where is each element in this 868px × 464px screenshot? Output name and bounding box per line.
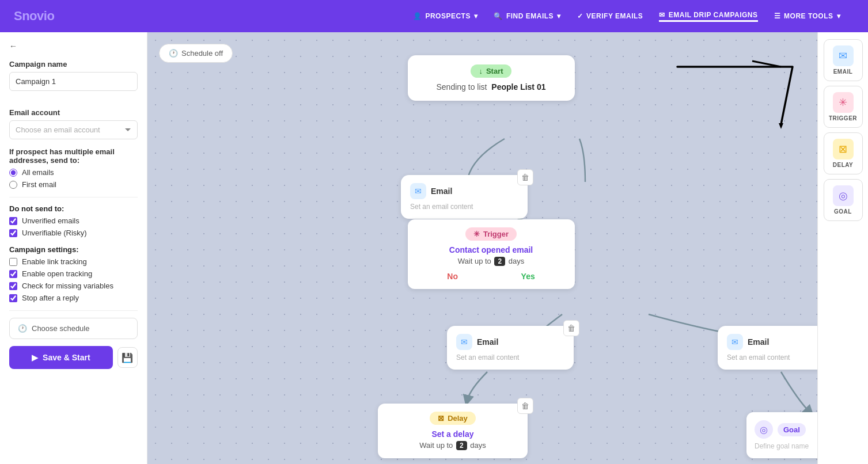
do-not-send-label: Do not send to:: [9, 204, 138, 213]
email1-delete[interactable]: 🗑: [517, 169, 533, 185]
back-button[interactable]: ←: [9, 41, 138, 51]
email2-delete[interactable]: 🗑: [563, 320, 579, 336]
start-subtitle: Sending to list People List 01: [417, 82, 566, 92]
goal-badge: Goal: [778, 423, 806, 436]
nav-item-find-emails[interactable]: 🔍 FIND EMAILS ▾: [494, 11, 560, 22]
email3-subtitle: Set an email content: [727, 353, 817, 362]
delay-wait-days: 2: [456, 441, 467, 450]
campaign-settings-label: Campaign settings:: [9, 245, 138, 254]
trigger-action: Contact opened email: [416, 245, 567, 254]
panel-delay-label: DELAY: [833, 162, 853, 168]
chevron-down-icon: ▾: [837, 12, 841, 20]
radio-all-emails[interactable]: All emails: [9, 168, 138, 177]
save-icon-button[interactable]: 💾: [117, 347, 138, 368]
trigger-branches: No Yes: [416, 272, 567, 281]
schedule-off-label: Schedule off: [181, 49, 223, 58]
main-nav: 👤 PROSPECTS ▾ 🔍 FIND EMAILS ▾ ✓ VERIFY E…: [413, 11, 840, 22]
multiple-emails-section: If prospect has multiple email addresses…: [9, 147, 138, 189]
delay-wait: Wait up to 2 days: [386, 441, 520, 450]
checkbox-stop-reply[interactable]: Stop after a reply: [9, 294, 138, 302]
main-layout: ← Campaign name Email account Choose an …: [0, 32, 868, 464]
email3-title: Email: [748, 337, 769, 347]
campaign-name-input[interactable]: [9, 72, 138, 91]
nav-item-prospects[interactable]: 👤 PROSPECTS ▾: [413, 11, 478, 22]
panel-goal-icon: ◎: [833, 185, 854, 206]
header: Snovio 👤 PROSPECTS ▾ 🔍 FIND EMAILS ▾ ✓ V…: [0, 0, 868, 32]
do-not-send-section: Do not send to: Unverified emails Unveri…: [9, 204, 138, 237]
schedule-off-button[interactable]: 🕐 Schedule off: [159, 44, 233, 63]
person-icon: 👤: [413, 12, 422, 20]
panel-email-icon: ✉: [833, 45, 854, 66]
email1-subtitle: Set an email content: [410, 203, 518, 211]
play-icon: ▶: [32, 353, 38, 362]
goal-icon: ◎: [755, 420, 773, 439]
search-icon: 🔍: [494, 12, 503, 20]
email-node-1[interactable]: ✉ Email Set an email content 🗑: [401, 175, 528, 219]
save-label: Save & Start: [43, 353, 90, 362]
clock-icon-canvas: 🕐: [169, 49, 178, 58]
schedule-label: Choose schedule: [32, 324, 89, 333]
email-icon: ✉: [659, 11, 665, 19]
start-badge: ↓ Start: [471, 64, 511, 78]
flow-canvas[interactable]: 🕐 Schedule off ↓ Start Sending to list P…: [147, 32, 817, 464]
checkbox-link-tracking[interactable]: Enable link tracking: [9, 257, 138, 266]
chevron-down-icon: ▾: [557, 12, 561, 20]
logo[interactable]: Snovio: [14, 9, 54, 24]
nav-label-find-emails: FIND EMAILS: [506, 12, 554, 20]
delay-node[interactable]: ⊠ Delay Set a delay Wait up to 2 days 🗑: [378, 404, 528, 458]
asterisk-icon: ✳: [473, 230, 480, 238]
logo-suffix: io: [44, 9, 55, 23]
trigger-wait-days: 2: [494, 257, 505, 266]
panel-email[interactable]: ✉ EMAIL: [824, 39, 863, 81]
nav-item-verify-emails[interactable]: ✓ VERIFY EMAILS: [577, 11, 643, 22]
email-account-select[interactable]: Choose an email account: [9, 120, 138, 139]
sidebar: ← Campaign name Email account Choose an …: [0, 32, 147, 464]
back-arrow-icon: ←: [9, 41, 17, 51]
start-node[interactable]: ↓ Start Sending to list People List 01: [408, 55, 575, 101]
radio-group-emails: All emails First email: [9, 168, 138, 189]
trigger-node[interactable]: ✳ Trigger Contact opened email Wait up t…: [408, 219, 575, 289]
floppy-icon: 💾: [122, 352, 133, 363]
panel-goal-label: GOAL: [834, 208, 852, 215]
email3-header: ✉ Email: [727, 334, 817, 350]
delay-delete[interactable]: 🗑: [517, 398, 533, 414]
email2-subtitle: Set an email content: [456, 353, 564, 362]
logo-main: Snov: [14, 9, 44, 23]
checkbox-open-tracking[interactable]: Enable open tracking: [9, 269, 138, 278]
email-account-section: Email account Choose an email account: [9, 108, 138, 139]
email1-icon: ✉: [410, 183, 426, 199]
campaign-name-label: Campaign name: [9, 60, 138, 69]
nav-item-email-drip[interactable]: ✉ EMAIL DRIP CAMPAIGNS: [659, 11, 757, 22]
trigger-yes: Yes: [521, 272, 535, 281]
arrow-down-icon: ↓: [479, 67, 483, 75]
checkbox-unverifiable[interactable]: Unverifiable (Risky): [9, 229, 138, 237]
panel-delay[interactable]: ⊠ DELAY: [824, 132, 863, 174]
email-node-3[interactable]: ✉ Email Set an email content 🗑: [718, 326, 817, 370]
save-area: ▶ Save & Start 💾: [9, 346, 138, 369]
choose-schedule-button[interactable]: 🕐 Choose schedule: [9, 318, 138, 339]
save-start-button[interactable]: ▶ Save & Start: [9, 346, 113, 369]
email2-title: Email: [477, 337, 498, 347]
hourglass-icon: ⊠: [438, 414, 444, 423]
panel-goal[interactable]: ◎ GOAL: [824, 179, 863, 221]
radio-first-email[interactable]: First email: [9, 180, 138, 189]
do-not-send-options: Unverified emails Unverifiable (Risky): [9, 216, 138, 237]
campaign-settings-section: Campaign settings: Enable link tracking …: [9, 245, 138, 302]
email-account-label: Email account: [9, 108, 138, 117]
trigger-wait: Wait up to 2 days: [416, 257, 567, 266]
email2-icon: ✉: [456, 334, 472, 350]
svg-line-0: [752, 61, 781, 67]
email2-header: ✉ Email: [456, 334, 564, 350]
verify-icon: ✓: [577, 12, 583, 20]
email-node-2[interactable]: ✉ Email Set an email content 🗑: [447, 326, 574, 370]
goal-node[interactable]: ◎ Goal Define goal name 🗑: [746, 412, 817, 458]
nav-item-more-tools[interactable]: ☰ MORE TOOLS ▾: [774, 11, 840, 22]
nav-label-prospects: PROSPECTS: [425, 12, 471, 20]
panel-trigger-icon: ✳: [833, 92, 854, 113]
nav-label-more-tools: MORE TOOLS: [784, 12, 833, 20]
panel-trigger[interactable]: ✳ TRIGGER: [824, 86, 863, 128]
campaign-name-section: Campaign name: [9, 60, 138, 100]
trigger-no: No: [447, 272, 458, 281]
checkbox-missing-vars[interactable]: Check for missing variables: [9, 282, 138, 290]
checkbox-unverified[interactable]: Unverified emails: [9, 216, 138, 225]
